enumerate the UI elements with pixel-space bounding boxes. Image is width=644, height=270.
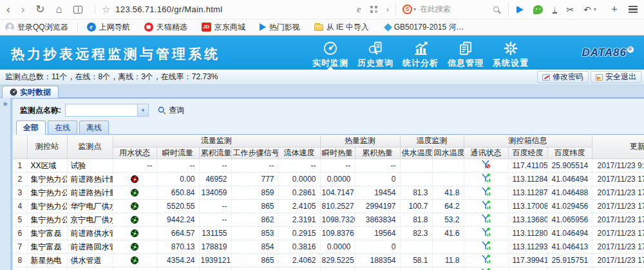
cell-longitude: 117.403221 xyxy=(508,267,547,270)
bookmark-item[interactable]: 从 IE 中导入 xyxy=(314,22,369,33)
bookmark-item[interactable]: JD京东商城 xyxy=(202,22,245,33)
cell-signal-quality: 858 xyxy=(231,267,278,270)
chevron-down-icon[interactable]: ▾ xyxy=(594,6,596,12)
cell-longitude: 113.112932 xyxy=(508,240,547,253)
forward-icon[interactable]: › xyxy=(21,4,25,15)
chevron-down-icon[interactable]: ▾ xyxy=(413,6,416,12)
col-flow-velocity[interactable]: 流体速度 xyxy=(278,147,320,159)
search-placeholder[interactable]: 在此搜索 xyxy=(420,4,493,15)
monitor-point-label: 监测点名称: xyxy=(20,105,61,116)
refresh-icon[interactable]: ↻ xyxy=(35,4,44,15)
cell-longitude: 113.112874 xyxy=(508,186,547,199)
filter-tab[interactable]: 全部 xyxy=(16,121,46,135)
undo-history-icon[interactable]: ↶ xyxy=(583,5,591,15)
col-signal-quality[interactable]: 工作步骤信号质 xyxy=(231,147,278,159)
cell-comm-status xyxy=(464,240,508,253)
col-instant-heat[interactable]: 瞬时热量 xyxy=(320,147,355,159)
grid-row[interactable]: 8新星热电供水管道4354.2419391218652.4062829.5225… xyxy=(13,253,644,267)
chevron-down-icon[interactable]: ▾ xyxy=(137,104,148,116)
col-supply-temp[interactable]: 供水温度 xyxy=(400,147,432,159)
grid-row[interactable]: 7集宁富磊前进路回水管道870.131788198540.38160.00000… xyxy=(13,240,644,253)
cell-longitude: 113.112802 xyxy=(508,226,547,240)
grid-row[interactable]: 9新星热电回水管道4107.3318495118582.2698420.1210… xyxy=(13,267,644,270)
menu-icon[interactable] xyxy=(629,6,638,13)
antenna-online-icon xyxy=(481,213,491,223)
home-icon[interactable]: ⌂ xyxy=(56,4,62,15)
sogou-icon[interactable]: S xyxy=(402,5,412,14)
filter-tab[interactable]: 在线 xyxy=(48,121,77,134)
grid-row[interactable]: 3集宁热力公司前进路热计量供650.841340598590.2861104.7… xyxy=(13,186,644,199)
address-bar[interactable]: 123.56.71.160/gr/Main.html xyxy=(115,5,222,14)
grid-row[interactable]: 6集宁富磊前进路供水管道664.571311558530.2915109.837… xyxy=(13,226,644,240)
bookmark-star-icon[interactable]: ☆ xyxy=(102,4,110,15)
cell-return-temp: 41.8 xyxy=(432,186,464,199)
download-icon[interactable]: ↓ xyxy=(553,5,557,14)
brand-logo: DATA86® xyxy=(582,46,634,59)
filter-tab[interactable]: 离线 xyxy=(79,121,109,134)
cell-instant-flow: 0.00 xyxy=(156,172,199,186)
search-icon[interactable] xyxy=(493,6,499,12)
reader-mode-icon[interactable] xyxy=(73,6,82,14)
col-group: 测控箱信息 xyxy=(464,135,592,147)
col-return-temp[interactable]: 回水温度 xyxy=(432,147,464,159)
back-icon[interactable]: ‹ xyxy=(6,4,10,15)
col-water-status[interactable]: 用水状态 xyxy=(113,147,156,159)
cell-latitude: 41.046494 xyxy=(547,226,592,240)
cell-flow-velocity: -- xyxy=(278,159,320,172)
nav-realtime-monitor[interactable]: 实时监测 xyxy=(308,38,353,70)
tab-realtime-data[interactable]: 实时数据 xyxy=(2,86,59,98)
bookmark-item[interactable]: e上网导航 xyxy=(87,22,130,33)
collapse-strip: » xyxy=(0,98,11,270)
grid-row[interactable]: 4集宁热力公司华宁电厂供水主5520.55--8652.4105810.2527… xyxy=(13,199,644,213)
cell-signal-quality: 777 xyxy=(231,172,278,186)
cell-row-no: 1 xyxy=(13,159,27,172)
screenshot-scissors-icon[interactable]: ✂ xyxy=(567,5,574,15)
col-update-time[interactable]: 更新时间 xyxy=(592,135,644,159)
col-total-heat[interactable]: 累积热量 xyxy=(355,147,400,159)
bookmark-label: 京东商城 xyxy=(214,22,245,33)
play-icon xyxy=(260,23,266,31)
col-comm-status[interactable]: 通讯状态 xyxy=(464,147,508,159)
col-instant-flow[interactable]: 瞬时流量 xyxy=(156,147,199,159)
cell-flow-velocity: 0.3816 xyxy=(278,240,320,253)
qr-grid-icon[interactable] xyxy=(370,6,377,13)
cell-instant-flow: 664.57 xyxy=(156,226,199,240)
cell-instant-heat: 829.5225 xyxy=(320,253,355,267)
grid-row[interactable]: 2集宁热力公司前进路热计量回0.00469527770.00000.000001… xyxy=(13,172,644,186)
nav-stats-analysis[interactable]: 统计分析 xyxy=(398,38,443,70)
logout-button[interactable]: 安全退出 xyxy=(591,71,641,83)
col-total-flow[interactable]: 累积流量 xyxy=(199,147,231,159)
col-station[interactable]: 测控站 xyxy=(27,135,67,159)
query-button[interactable]: 查询 xyxy=(158,105,184,116)
bookmark-item[interactable]: 热门影视 xyxy=(260,22,300,33)
col-point[interactable]: 监测点 xyxy=(67,135,113,159)
cell-row-no: 3 xyxy=(13,186,27,199)
combo-input[interactable] xyxy=(66,104,137,116)
wechat-icon[interactable] xyxy=(533,5,543,14)
cell-water-status xyxy=(113,172,156,186)
nav-system-settings[interactable]: 系统设置 xyxy=(488,38,533,70)
collapse-panel-button[interactable]: » xyxy=(0,98,10,110)
change-password-button[interactable]: 修改密码 xyxy=(537,71,589,83)
bookmark-item[interactable]: GB50179-2015 河… xyxy=(383,22,464,33)
nav-info-management[interactable]: 信息管理 xyxy=(443,38,488,70)
grid-row[interactable]: 1XX区域试验--------------117.41105425.905514… xyxy=(13,159,644,172)
col-longitude[interactable]: 百度经度 xyxy=(508,147,547,159)
ie-compat-icon[interactable]: e xyxy=(357,4,361,15)
cell-instant-heat: 0.0000 xyxy=(320,240,355,253)
add-tab-icon[interactable]: ＋ xyxy=(609,3,620,16)
browser-search-box[interactable]: S ▾ 在此搜索 xyxy=(395,4,502,15)
video-icon[interactable] xyxy=(516,6,524,14)
monitor-point-combo[interactable]: ▾ xyxy=(65,104,149,117)
cell-signal-quality: 859 xyxy=(231,186,278,199)
cell-signal-quality: 862 xyxy=(231,213,278,226)
col-row-no[interactable] xyxy=(13,135,27,159)
bookmark-item[interactable]: 天猫精选 xyxy=(144,22,187,33)
grid-row[interactable]: 5集宁热力公司京宁电厂供水主9442.24--8622.31911098.732… xyxy=(13,213,644,226)
cell-longitude: 113.170082 xyxy=(508,199,547,213)
user-icon xyxy=(5,23,14,32)
nav-history-query[interactable]: 历史查询 xyxy=(353,38,398,70)
col-latitude[interactable]: 百度纬度 xyxy=(547,147,592,159)
expand-extensions-icon[interactable]: › xyxy=(386,5,389,14)
bookmark-item[interactable]: 登录QQ浏览器 xyxy=(5,22,68,33)
